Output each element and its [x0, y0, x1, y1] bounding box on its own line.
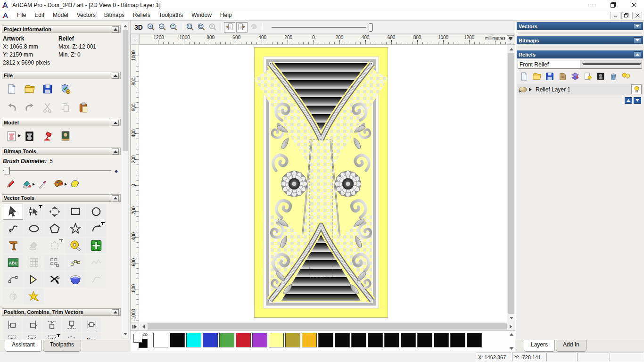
align-word-right[interactable]	[42, 333, 61, 339]
polyline-tool[interactable]	[3, 221, 23, 237]
paint-pencil[interactable]	[3, 177, 19, 190]
collapse-button[interactable]	[112, 73, 119, 79]
scroll-thumb[interactable]	[148, 323, 507, 329]
palette-swatch-9[interactable]	[302, 333, 317, 347]
palette-swatch-17[interactable]	[434, 333, 449, 347]
scroll-down-arrow[interactable]	[507, 314, 515, 322]
primary-color[interactable]	[133, 334, 142, 343]
chevron-tool[interactable]	[24, 272, 44, 288]
texture-faded[interactable]	[86, 255, 106, 271]
cut[interactable]	[39, 100, 57, 115]
palette-swatch-16[interactable]	[417, 333, 432, 347]
palette-swatch-14[interactable]	[384, 333, 399, 347]
align-left[interactable]	[3, 318, 22, 332]
zoom-slider[interactable]	[272, 23, 373, 32]
palette-swatch-5[interactable]	[236, 333, 251, 347]
ruler-origin-button[interactable]: ⁘	[131, 34, 139, 45]
block-copy[interactable]	[44, 255, 65, 271]
tab-layers[interactable]: Layers	[524, 340, 555, 352]
align-top[interactable]	[42, 318, 61, 332]
palette-swatch-18[interactable]	[450, 333, 465, 347]
menu-vectors[interactable]: Vectors	[73, 10, 100, 20]
node-edit[interactable]	[24, 204, 44, 220]
palette-swatch-15[interactable]	[401, 333, 416, 347]
scroll-thumb[interactable]	[123, 30, 128, 151]
open-folder[interactable]	[21, 82, 39, 97]
close-button[interactable]	[623, 0, 644, 10]
zoom-1to1[interactable]: 1:1	[185, 22, 196, 33]
scroll-thumb[interactable]	[508, 53, 514, 314]
collapse-button[interactable]	[112, 309, 119, 315]
horizontal-scrollbar[interactable]	[131, 322, 515, 330]
abc-block[interactable]: ABC	[3, 255, 23, 271]
zoom-fit[interactable]	[196, 22, 207, 33]
fit-arc[interactable]	[3, 272, 23, 288]
merge-relief[interactable]	[569, 71, 581, 82]
scatter-dots[interactable]	[62, 333, 81, 339]
collapse-button[interactable]	[112, 195, 119, 201]
relief-thumb[interactable]	[594, 71, 607, 82]
spin-dome[interactable]	[65, 272, 85, 288]
zoom-slider-handle[interactable]	[369, 23, 373, 32]
palette-swatch-10[interactable]	[318, 333, 333, 347]
bulbs-all[interactable]	[619, 71, 632, 82]
select-cursor[interactable]	[3, 204, 23, 220]
tab-toolpaths[interactable]: Toolpaths	[43, 340, 81, 352]
tab-assistant[interactable]: Assistant	[5, 340, 42, 352]
lasso-zoom[interactable]	[248, 22, 260, 33]
text-tool[interactable]	[3, 238, 23, 254]
palette-swatch-1[interactable]	[170, 333, 185, 347]
zoom-last[interactable]	[168, 22, 180, 33]
drawing-viewport[interactable]	[139, 45, 507, 322]
green-cross[interactable]	[86, 238, 106, 254]
faded-curve[interactable]	[86, 272, 106, 288]
star-wizard[interactable]	[24, 288, 44, 304]
align-bottom[interactable]	[62, 318, 81, 332]
palette-scroll[interactable]	[508, 331, 515, 352]
copy[interactable]	[57, 100, 74, 115]
palette-swatch-8[interactable]	[285, 333, 300, 347]
collapse-button[interactable]	[112, 148, 119, 155]
render-lamp[interactable]	[39, 129, 57, 144]
align-center[interactable]	[82, 318, 101, 332]
align-word-center[interactable]	[23, 333, 41, 339]
palette-swatch-0[interactable]	[153, 333, 168, 347]
open-relief[interactable]	[530, 71, 543, 82]
undo[interactable]	[3, 100, 21, 115]
dropdown-arrow[interactable]	[580, 60, 642, 68]
scroll-up-arrow[interactable]	[122, 22, 128, 29]
relief-stack[interactable]	[556, 71, 569, 82]
polygon-tool[interactable]	[44, 221, 65, 237]
bitmaps-panel-header[interactable]: Bitmaps	[517, 36, 643, 44]
model-wizard[interactable]	[57, 82, 74, 97]
palette-swatch-3[interactable]	[203, 333, 218, 347]
expand-button[interactable]	[634, 37, 641, 44]
palette-swatch-12[interactable]	[351, 333, 366, 347]
pour-tool[interactable]	[24, 238, 44, 254]
menu-window[interactable]: Window	[187, 10, 216, 20]
palette-swatch-11[interactable]	[335, 333, 350, 347]
page-prev[interactable]	[224, 22, 235, 33]
palette-icon[interactable]	[51, 177, 67, 190]
menu-reliefs[interactable]: Reliefs	[129, 10, 155, 20]
teddy-sketch[interactable]	[3, 129, 21, 144]
transform-vectors[interactable]	[44, 204, 65, 220]
child-close-button[interactable]	[632, 12, 642, 19]
trim-scissors[interactable]	[44, 272, 65, 288]
move-layer-up-button[interactable]	[625, 97, 632, 104]
palette-swatch-7[interactable]	[269, 333, 284, 347]
palette-swatch-4[interactable]	[219, 333, 234, 347]
nesting[interactable]: Nes	[82, 333, 101, 339]
restore-button[interactable]	[603, 0, 623, 10]
scroll-right-arrow[interactable]	[507, 322, 515, 330]
page-next[interactable]	[236, 22, 248, 33]
palette-swatch-2[interactable]	[186, 333, 201, 347]
image-editor[interactable]	[57, 129, 74, 144]
vectors-panel-header[interactable]: Vectors	[517, 22, 643, 30]
relief-layer-row[interactable]: Relief Layer 1	[517, 84, 643, 95]
paste[interactable]	[74, 100, 92, 115]
flood-fill[interactable]	[19, 177, 35, 190]
palette-swatch-13[interactable]	[368, 333, 383, 347]
measure-tape[interactable]	[65, 238, 85, 254]
save-file[interactable]	[39, 82, 57, 97]
